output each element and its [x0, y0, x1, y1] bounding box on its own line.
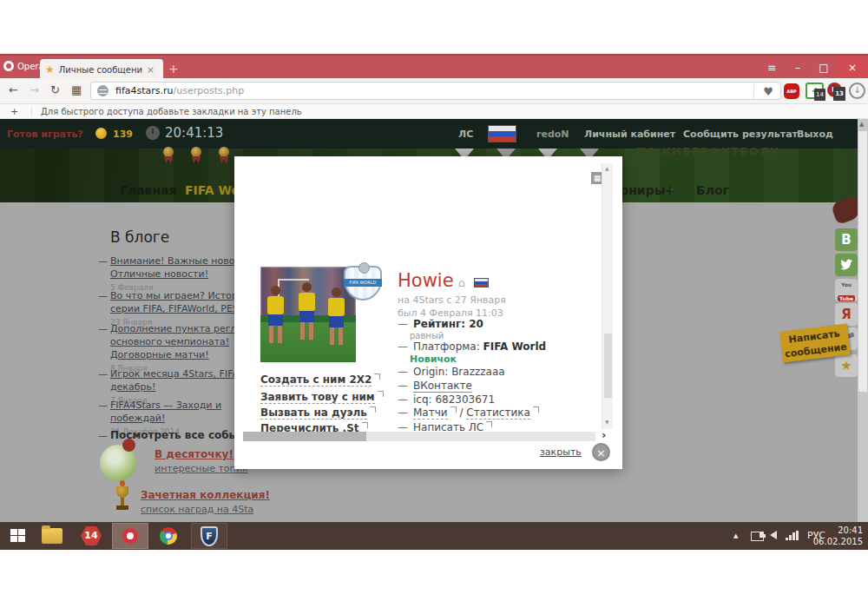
- scroll-up-icon[interactable]: ▲: [859, 121, 864, 128]
- yandex-icon[interactable]: Я: [835, 303, 858, 326]
- private-messages-link[interactable]: ЛС: [458, 129, 473, 140]
- modal-close-link[interactable]: закрыть: [540, 446, 582, 458]
- browser-toolbar: ← → ↻ ▦ fifa4stars.ru /userposts.php ♥ A…: [0, 78, 868, 104]
- scroll-up-icon[interactable]: ▲: [605, 165, 609, 171]
- browser-titlebar: Opera ★ Личные сообщения redo × + ≡ – □ …: [0, 54, 868, 78]
- duel-link[interactable]: Вызвать на дуэль: [260, 406, 376, 419]
- fsecure-shield-icon: F: [201, 526, 218, 546]
- speeddial-button[interactable]: ▦: [71, 83, 82, 96]
- adblock-extension-icon[interactable]: ABP: [784, 83, 799, 99]
- speaker-icon[interactable]: [770, 531, 777, 539]
- download-icon[interactable]: ↓: [849, 83, 865, 99]
- webpage: Готов играть? 139 20:41:13 ЛС redoN Личн…: [0, 119, 868, 522]
- scrollbar-thumb[interactable]: [858, 131, 867, 392]
- opera-icon: [122, 528, 138, 544]
- vk-profile-link[interactable]: ВКонтакте: [413, 380, 472, 393]
- external-link-icon: [450, 406, 457, 413]
- address-bar[interactable]: fifa4stars.ru /userposts.php ♥: [90, 82, 781, 100]
- platform-row: —Платформа: FIFA World: [398, 340, 546, 353]
- coin-icon: [95, 128, 107, 139]
- favicon-star-icon: ★: [45, 64, 55, 75]
- external-link-icon: [486, 421, 492, 427]
- new-tab-button[interactable]: +: [168, 63, 179, 75]
- bookmark-heart-icon[interactable]: ♥: [753, 84, 773, 99]
- user-avatar: [260, 267, 356, 362]
- clock-icon: [146, 126, 160, 140]
- nav-blog[interactable]: Блог: [696, 183, 729, 197]
- external-link-icon: [533, 406, 539, 413]
- menu-icon[interactable]: ≡: [759, 62, 785, 74]
- chrome-icon[interactable]: [160, 527, 177, 545]
- forward-button[interactable]: →: [30, 83, 39, 96]
- username-label[interactable]: redoN: [536, 129, 569, 140]
- promo-collection-link[interactable]: Зачетная коллекция!: [141, 489, 270, 501]
- reload-button[interactable]: ↻: [50, 83, 60, 96]
- player-figure: [264, 286, 286, 359]
- blog-heading: В блоге: [110, 228, 169, 246]
- origin-value: Origin: Brazzzaaa: [413, 366, 505, 378]
- logout-link[interactable]: Выход: [797, 129, 833, 140]
- youtube-icon[interactable]: YouTube: [835, 279, 858, 301]
- maximize-button[interactable]: □: [811, 62, 837, 74]
- scroll-right-icon[interactable]: ›: [602, 428, 606, 441]
- minimize-button[interactable]: –: [785, 62, 811, 74]
- report-result-link[interactable]: Сообщить результат: [683, 129, 798, 140]
- opera-taskbar-active[interactable]: [112, 523, 148, 549]
- close-button[interactable]: ×: [837, 57, 868, 78]
- fifa-world-badge-icon: FIFA WORLD: [344, 266, 382, 301]
- vk-icon[interactable]: B: [835, 228, 858, 251]
- rating-value: Рейтинг: 20: [413, 318, 483, 330]
- cabinet-link[interactable]: Личный кабинет: [584, 129, 675, 140]
- opera-logo-icon: [3, 61, 14, 71]
- tray-expand-icon[interactable]: ▲: [733, 532, 738, 539]
- matches-link[interactable]: Матчи: [413, 406, 448, 420]
- rating-rank-label: равный: [410, 331, 444, 340]
- fsecure-taskbar[interactable]: F: [191, 523, 227, 549]
- create-2v2-link[interactable]: Создать с ним 2X2: [260, 373, 380, 386]
- external-link-icon: [370, 406, 376, 413]
- home-icon[interactable]: ⌂: [458, 276, 465, 289]
- modal-close-icon[interactable]: ×: [592, 443, 610, 461]
- site-topbar: Готов играть? 139 20:41:13 ЛС redoN Личн…: [0, 119, 868, 149]
- scrollbar-thumb[interactable]: [604, 334, 612, 398]
- page-scrollbar[interactable]: ▲: [858, 119, 868, 522]
- hexagon-app-icon[interactable]: 14: [81, 526, 102, 545]
- url-host: fifa4stars.ru: [115, 85, 174, 96]
- promo-top10-link[interactable]: В десяточку!: [155, 448, 233, 460]
- platform-value: FIFA World: [483, 340, 547, 353]
- modal-vertical-scrollbar[interactable]: ▲ ▼: [602, 163, 613, 429]
- friendly-match-link[interactable]: Заявить тову с ним: [260, 391, 384, 403]
- twitter-icon[interactable]: [835, 254, 858, 276]
- ready-to-play-label[interactable]: Готов играть?: [7, 129, 83, 140]
- scrollbar-thumb[interactable]: [243, 432, 366, 441]
- tab-close-icon[interactable]: ×: [147, 64, 155, 76]
- browser-window: Opera ★ Личные сообщения redo × + ≡ – □ …: [0, 54, 868, 522]
- green-extension-icon[interactable]: ✓ 14: [806, 83, 824, 99]
- bookmarks-hint: Для быстрого доступа добавьте закладки н…: [31, 107, 302, 116]
- server-time: 20:41:13: [165, 125, 223, 141]
- back-button[interactable]: ←: [9, 83, 18, 96]
- user-profile-modal: ▦ ▲ ▼ FIFA WORLD: [234, 156, 622, 469]
- stats-link[interactable]: Статистика: [466, 406, 530, 420]
- blog-view-all-link[interactable]: — Посмотреть все событ: [98, 429, 237, 442]
- network-signal-icon[interactable]: [786, 531, 799, 540]
- vk-row: —ВКонтакте: [398, 380, 472, 392]
- red-extension-icon[interactable]: u 13: [827, 83, 842, 97]
- add-bookmark-icon[interactable]: +: [10, 106, 18, 117]
- modal-horizontal-scrollbar[interactable]: [243, 432, 595, 441]
- extension-badge: 13: [833, 87, 845, 101]
- award-cup-icon: [113, 483, 132, 516]
- player-figure: [295, 282, 318, 355]
- opera-menu-button[interactable]: Opera: [3, 61, 44, 71]
- chevron-down-icon: ▾: [670, 186, 674, 194]
- file-explorer-icon[interactable]: [42, 528, 62, 544]
- tab-title: Личные сообщения redo: [59, 65, 142, 75]
- nav-home[interactable]: Главная: [120, 183, 177, 197]
- sheriff-star-icon[interactable]: ★: [835, 354, 858, 377]
- browser-tab[interactable]: ★ Личные сообщения redo ×: [40, 59, 163, 80]
- promo-collection-subtitle[interactable]: список наград на 4Stars: [141, 504, 253, 515]
- start-button[interactable]: [10, 529, 25, 542]
- site-info-icon[interactable]: [97, 85, 108, 96]
- tray-clock[interactable]: 20:41 06.02.2015: [813, 525, 863, 547]
- scroll-down-icon[interactable]: ▼: [605, 419, 609, 425]
